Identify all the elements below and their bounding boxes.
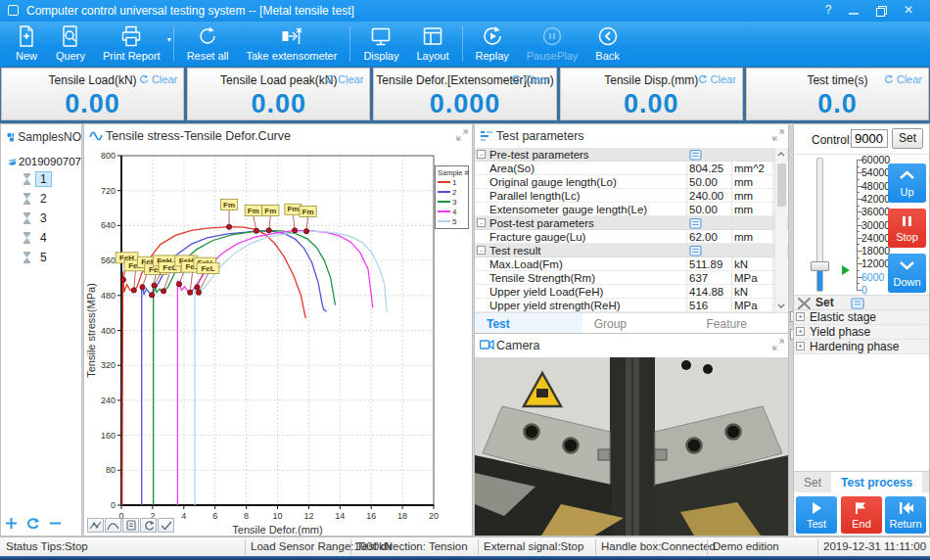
feature-point-Fm bbox=[266, 228, 271, 233]
add-sample-icon[interactable] bbox=[5, 517, 18, 530]
remove-sample-icon[interactable] bbox=[49, 517, 62, 530]
process-tabs: SetTest process bbox=[794, 471, 929, 492]
clear-button[interactable]: Clear bbox=[139, 73, 177, 85]
toolbar: NewQueryPrint Report▾Reset allTake exten… bbox=[0, 22, 930, 67]
smooth-curve-tool-icon[interactable] bbox=[105, 518, 121, 533]
toolbar-button-display[interactable]: Display bbox=[354, 22, 407, 67]
clear-button[interactable]: Clear bbox=[698, 73, 736, 85]
close-button[interactable]: ✕ bbox=[899, 3, 918, 19]
toolbar-button-replay[interactable]: Replay bbox=[467, 22, 518, 67]
dropdown-caret-icon[interactable]: ▾ bbox=[167, 35, 171, 44]
param-group-label: Pre-test parameters bbox=[489, 148, 589, 162]
param-row: Tensile Strength(Rm)637MPa bbox=[475, 271, 788, 285]
toolbar-button-reset-all[interactable]: Reset all bbox=[178, 22, 238, 67]
refresh-chart-tool-icon[interactable] bbox=[140, 518, 157, 533]
svg-text:18: 18 bbox=[397, 511, 407, 521]
collapse-icon[interactable]: - bbox=[477, 246, 486, 255]
confirm-tool-icon[interactable] bbox=[158, 518, 174, 533]
up-button[interactable]: Up bbox=[888, 163, 926, 203]
toolbar-button-print-report[interactable]: Print Report▾ bbox=[94, 22, 169, 67]
expand-icon[interactable]: + bbox=[796, 312, 805, 321]
app-icon bbox=[8, 5, 19, 16]
end-button[interactable]: End bbox=[841, 496, 882, 534]
svg-text:320: 320 bbox=[101, 360, 116, 370]
tab-test-process[interactable]: Test process bbox=[831, 472, 922, 492]
stage-yield-phase[interactable]: +Yield phase bbox=[794, 325, 929, 340]
params-expand-icon[interactable] bbox=[772, 129, 784, 141]
param-value[interactable]: 414.88 bbox=[689, 285, 723, 299]
camera-icon bbox=[480, 339, 494, 350]
param-group-row[interactable]: -Pre-test parameters bbox=[475, 148, 788, 162]
scrollbar-thumb[interactable] bbox=[777, 163, 786, 207]
toolbar-button-new[interactable]: New bbox=[6, 22, 47, 67]
notebook-icon[interactable] bbox=[689, 246, 702, 257]
scroll-down-icon[interactable] bbox=[777, 302, 785, 309]
collapse-icon[interactable]: - bbox=[477, 218, 486, 227]
param-group-row[interactable]: -Post-test parameters bbox=[475, 216, 788, 230]
sample-node-5[interactable]: 5 bbox=[1, 248, 81, 267]
param-value[interactable]: 62.00 bbox=[689, 230, 718, 244]
toolbar-button-layout[interactable]: Layout bbox=[407, 22, 457, 67]
param-group-row[interactable]: -Test result bbox=[475, 244, 788, 257]
toolbar-button-take-extensometer[interactable]: Take extensometer bbox=[237, 22, 346, 67]
param-value[interactable]: 50.00 bbox=[689, 203, 718, 216]
sample-node-2[interactable]: 2 bbox=[1, 189, 81, 209]
stage-elastic-stage[interactable]: +Elastic stage bbox=[794, 310, 929, 325]
test-button[interactable]: Test bbox=[796, 496, 837, 534]
stage-set-label: Set bbox=[815, 296, 834, 310]
chart-expand-icon[interactable] bbox=[456, 129, 468, 141]
param-value[interactable]: 511.89 bbox=[689, 257, 722, 271]
tab-group-parameters[interactable]: Group parameters bbox=[582, 313, 695, 335]
feature-point-Fm bbox=[292, 228, 297, 233]
meter-value: 0.00 bbox=[561, 89, 742, 119]
toolbar-button-query[interactable]: Query bbox=[47, 22, 94, 67]
sample-node-3[interactable]: 3 bbox=[1, 209, 81, 228]
clear-button[interactable]: Clear bbox=[511, 73, 549, 85]
refresh-samples-icon[interactable] bbox=[26, 517, 40, 530]
toolbar-button-label: Reset all bbox=[187, 50, 229, 62]
pause-bars-icon bbox=[898, 214, 916, 227]
clear-refresh-icon bbox=[698, 74, 708, 84]
marker-points-tool-icon[interactable] bbox=[87, 518, 104, 533]
param-value[interactable]: 516 bbox=[689, 299, 708, 312]
expand-icon[interactable]: + bbox=[796, 327, 805, 336]
tab-test-parameters[interactable]: Test parameters bbox=[475, 313, 582, 335]
param-row: Original gauge length(Lo)50.00mm bbox=[475, 175, 788, 189]
param-unit: mm bbox=[734, 175, 753, 189]
column-divider bbox=[686, 148, 687, 312]
params-scrollbar[interactable] bbox=[774, 148, 787, 312]
tab-feature-points[interactable]: Feature points bbox=[694, 313, 788, 335]
param-value[interactable]: 804.25 bbox=[689, 162, 723, 175]
help-button[interactable]: ? bbox=[818, 3, 838, 19]
sample-group-node[interactable]: 2019090707 bbox=[1, 148, 81, 169]
clear-button[interactable]: Clear bbox=[325, 73, 363, 85]
tab-set[interactable]: Set bbox=[794, 472, 831, 492]
stop-button[interactable]: Stop bbox=[888, 209, 926, 248]
sample-node-4[interactable]: 4 bbox=[1, 228, 81, 248]
collapse-icon[interactable]: - bbox=[477, 150, 486, 159]
camera-expand-icon[interactable] bbox=[772, 339, 784, 350]
notebook-icon[interactable] bbox=[851, 298, 864, 309]
stage-hardening-phase[interactable]: +Hardening phase bbox=[794, 340, 929, 354]
speed-slider-thumb[interactable] bbox=[811, 261, 829, 271]
scroll-up-icon[interactable] bbox=[777, 151, 785, 159]
expand-icon[interactable]: + bbox=[796, 342, 805, 350]
report-page-tool-icon[interactable] bbox=[122, 518, 139, 533]
control-value-input[interactable] bbox=[851, 129, 888, 148]
param-label: Fracture gauge(Lu) bbox=[489, 230, 585, 244]
param-value[interactable]: 240.00 bbox=[689, 189, 723, 203]
clear-button[interactable]: Clear bbox=[884, 73, 922, 85]
notebook-icon[interactable] bbox=[689, 150, 702, 161]
down-button[interactable]: Down bbox=[888, 254, 926, 293]
control-set-button[interactable]: Set bbox=[892, 128, 923, 149]
sample-node-1[interactable]: 1 bbox=[1, 169, 81, 189]
param-value[interactable]: 637 bbox=[689, 271, 708, 285]
maximize-button[interactable] bbox=[871, 3, 891, 19]
legend-item: 3 bbox=[438, 197, 467, 207]
minimize-button[interactable] bbox=[844, 3, 863, 19]
legend-item: 4 bbox=[438, 207, 467, 216]
toolbar-button-back[interactable]: Back bbox=[586, 22, 628, 67]
return-button[interactable]: Return bbox=[885, 496, 926, 534]
param-value[interactable]: 50.00 bbox=[689, 175, 718, 189]
notebook-icon[interactable] bbox=[689, 218, 702, 229]
